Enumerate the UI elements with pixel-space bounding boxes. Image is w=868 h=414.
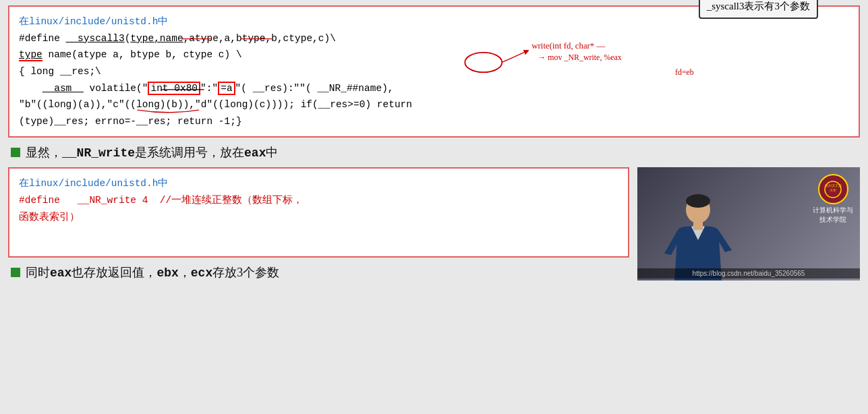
- code-line-2: #define __syscall3(type,name,atype,a,bty…: [19, 30, 849, 47]
- svg-point-12: [686, 194, 710, 208]
- middle-section: 显然，__NR_write是系统调用号，放在eax中: [8, 144, 860, 160]
- video-background: 哈尔滨工业 大学 计算机科学与技术学院: [637, 167, 860, 280]
- bottom-code-line-3: 函数表索引）: [19, 209, 618, 226]
- school-logo-area: 哈尔滨工业 大学 计算机科学与技术学院: [813, 174, 853, 225]
- code-line-6: "b"((long)(a)),"c"((long)(b)),"d"((long)…: [19, 96, 849, 113]
- svg-text:哈尔滨工业: 哈尔滨工业: [825, 183, 842, 187]
- bottom-code-line-2: #define __NR_write 4 //一堆连续正整数（数组下标，: [19, 192, 618, 209]
- bottom-code-line-1: 在linux/include/unistd.h中: [19, 175, 618, 192]
- code-line-4: { long __res;\: [19, 63, 849, 80]
- bottom-text-line: 同时eax也存放返回值，ebx，ecx存放3个参数: [8, 264, 629, 280]
- lecturer-figure: [658, 193, 739, 280]
- callout-box: _syscall3表示有3个参数: [699, 0, 818, 19]
- video-url: https://blog.csdn.net/baidu_35260565: [637, 268, 860, 278]
- code-line-5: __asm__ volatile("int 0x80":"=a"( __res)…: [19, 80, 849, 97]
- green-square-icon: [11, 148, 20, 157]
- school-emblem: 哈尔滨工业 大学: [818, 174, 848, 204]
- svg-text:大学: 大学: [830, 188, 836, 192]
- green-square-icon-2: [11, 268, 20, 277]
- code-line-3: type name(atype a, btype b, ctype c) \: [19, 47, 849, 63]
- middle-text: 显然，__NR_write是系统调用号，放在eax中: [26, 144, 278, 160]
- school-name: 计算机科学与技术学院: [813, 206, 853, 225]
- video-thumbnail: 哈尔滨工业 大学 计算机科学与技术学院: [637, 167, 860, 280]
- code-line-7: (type)__res; errno=-__res; return -1;}: [19, 113, 849, 130]
- svg-rect-13: [693, 222, 703, 230]
- code-block-bottom: 在linux/include/unistd.h中 #define __NR_wr…: [8, 167, 629, 258]
- bottom-description: 同时eax也存放返回值，ebx，ecx存放3个参数: [26, 264, 279, 280]
- main-container: _syscall3表示有3个参数 在linux/include/unistd.h…: [0, 0, 868, 414]
- bottom-section: 在linux/include/unistd.h中 #define __NR_wr…: [8, 167, 860, 280]
- code-block-top: _syscall3表示有3个参数 在linux/include/unistd.h…: [8, 5, 860, 138]
